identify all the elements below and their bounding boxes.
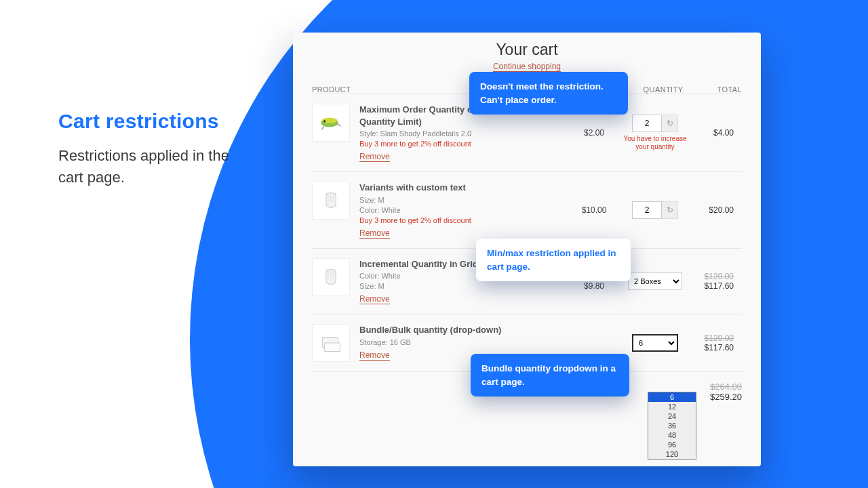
refresh-icon[interactable]: ↻: [662, 115, 678, 132]
remove-link[interactable]: Remove: [359, 294, 390, 304]
line-total: $20.00: [689, 205, 734, 215]
remove-link[interactable]: Remove: [359, 350, 390, 361]
quantity-select[interactable]: 2 Boxes: [628, 272, 682, 290]
line-total: $4.00: [689, 128, 734, 138]
continue-shopping-link[interactable]: Continue shopping: [493, 62, 561, 72]
usb-card-icon: [317, 329, 345, 357]
total-struck: $120.00: [689, 272, 734, 281]
product-meta: Storage: 16 GB: [359, 338, 567, 346]
callout-bundle-dropdown: Bundle quantity dropdown in a cart page.: [471, 354, 629, 396]
callout-restriction-error: Doesn't meet the restriction. Can't plac…: [469, 72, 628, 115]
cart-row: Variants with custom text Size: M Color:…: [312, 171, 742, 248]
product-name: Bundle/Bulk quantity (drop-down): [359, 324, 567, 336]
dropdown-option[interactable]: 96: [648, 440, 696, 449]
product-promo: Buy 3 more to get 2% off discount: [359, 140, 567, 148]
total-struck: $120.00: [689, 333, 734, 343]
total-current: $117.60: [705, 281, 734, 291]
dropdown-option[interactable]: 120: [648, 449, 696, 459]
dropdown-option[interactable]: 48: [648, 430, 696, 440]
promo-subtitle: Restrictions applied in the cart page.: [58, 145, 248, 188]
product-price: $10.00: [567, 205, 621, 215]
quantity-input[interactable]: [632, 201, 662, 219]
product-thumb: [312, 324, 350, 362]
callout-minmax: Min/max restriction applied in cart page…: [476, 239, 631, 281]
product-meta: Size: M: [359, 196, 567, 204]
svg-rect-4: [325, 343, 340, 352]
glove-icon: [317, 263, 345, 291]
product-thumb: [312, 104, 350, 142]
quantity-dropdown-list[interactable]: 6 12 24 36 48 96 120: [648, 392, 696, 460]
col-total: TOTAL: [697, 85, 742, 94]
price-current: $9.80: [584, 281, 604, 291]
cart-heading: Your cart: [312, 41, 742, 59]
quantity-select[interactable]: 6: [632, 334, 678, 352]
quantity-input[interactable]: [632, 115, 662, 132]
glove-icon: [317, 186, 345, 215]
promo-copy: Cart restrictions Restrictions applied i…: [58, 110, 248, 188]
product-promo: Buy 3 more to get 2% off discount: [359, 216, 567, 224]
product-meta: Style: Slam Shady Paddletails 2.0: [359, 129, 567, 138]
product-meta: Color: White: [359, 206, 567, 214]
product-price: $2.00: [567, 128, 621, 138]
product-thumb: [312, 258, 350, 296]
col-quantity: QUANTITY: [629, 85, 697, 94]
svg-point-2: [323, 120, 326, 122]
dropdown-option[interactable]: 12: [648, 402, 696, 411]
remove-link[interactable]: Remove: [359, 228, 390, 239]
refresh-icon[interactable]: ↻: [662, 201, 678, 219]
product-name: Variants with custom text: [359, 182, 567, 194]
quantity-error: You have to increase your quantity: [621, 135, 689, 151]
dropdown-option[interactable]: 36: [648, 421, 696, 430]
line-total: $120.00 $117.60: [689, 333, 734, 352]
remove-link[interactable]: Remove: [359, 152, 390, 162]
dropdown-option[interactable]: 24: [648, 411, 696, 421]
dropdown-option[interactable]: 6: [648, 392, 696, 402]
product-meta: Size: M: [359, 282, 567, 290]
total-current: $117.60: [705, 343, 734, 352]
line-total: $120.00 $117.60: [689, 272, 734, 291]
product-thumb: [312, 182, 350, 220]
lure-icon: [317, 108, 345, 137]
promo-title: Cart restrictions: [58, 110, 248, 133]
